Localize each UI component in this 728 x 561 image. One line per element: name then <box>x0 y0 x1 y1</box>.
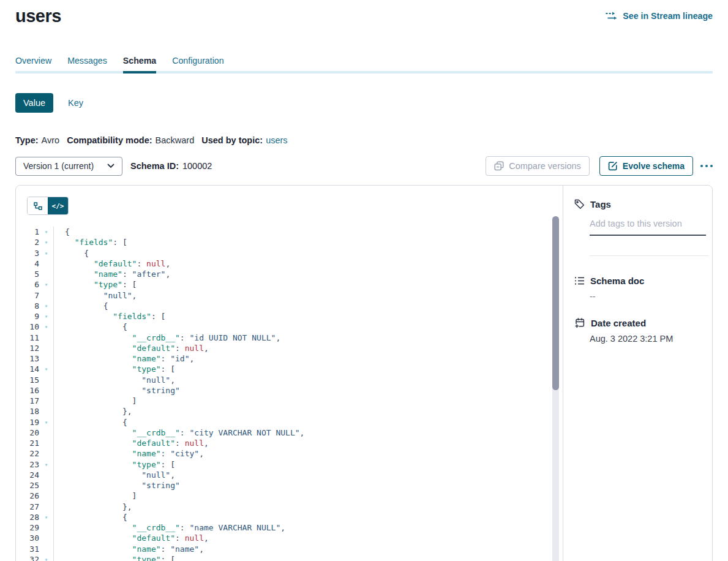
code-text: "fields": [ <box>53 311 548 322</box>
fold-spacer <box>39 502 53 512</box>
line-number: 24 <box>16 470 39 480</box>
compare-versions-button[interactable]: Compare versions <box>486 156 590 176</box>
code-line: 28▾ { <box>16 512 548 522</box>
fold-toggle-icon[interactable]: ▾ <box>39 364 53 374</box>
schema-panel: </> 1▾{2▾ "fields": [3▾ {4 "default": nu… <box>15 185 713 561</box>
fold-toggle-icon[interactable]: ▾ <box>39 279 53 290</box>
fold-toggle-icon[interactable]: ▾ <box>39 227 53 237</box>
code-line: 14▾ "type": [ <box>16 364 548 374</box>
code-text: "type": [ <box>53 279 548 290</box>
code-text: ] <box>53 491 548 501</box>
scrollbar-thumb[interactable] <box>552 216 559 390</box>
fold-toggle-icon[interactable]: ▾ <box>39 301 53 311</box>
line-number: 19 <box>16 417 39 427</box>
evolve-schema-button[interactable]: Evolve schema <box>599 156 693 176</box>
tab-configuration[interactable]: Configuration <box>172 56 223 71</box>
line-number: 17 <box>16 396 39 406</box>
tree-view-button[interactable] <box>28 197 48 214</box>
fold-spacer <box>39 385 53 396</box>
line-number: 26 <box>16 491 39 501</box>
code-text: "type": [ <box>53 554 548 561</box>
code-text: "name": "after", <box>53 269 548 279</box>
stream-lineage-link[interactable]: See in Stream lineage <box>606 11 713 21</box>
code-text: "default": null, <box>53 438 548 448</box>
tab-schema[interactable]: Schema <box>123 56 156 71</box>
code-line: 23▾ "type": [ <box>16 459 548 470</box>
line-number: 23 <box>16 459 39 470</box>
line-number: 27 <box>16 502 39 512</box>
code-line: 8▾ { <box>16 301 548 311</box>
date-created-value: Aug. 3 2022 3:21 PM <box>590 334 709 344</box>
code-line: 31 "name": "name", <box>16 544 548 554</box>
fold-spacer <box>39 396 53 406</box>
details-sidebar: Tags Schema doc -- <box>563 186 721 561</box>
fold-spacer <box>39 353 53 364</box>
topbar: users See in Stream lineage <box>15 5 713 27</box>
add-tags-input[interactable] <box>590 217 706 236</box>
topic-label: Used by topic: <box>201 135 263 145</box>
compare-versions-icon <box>494 161 504 171</box>
code-text: "null", <box>53 470 548 480</box>
tab-messages[interactable]: Messages <box>67 56 107 71</box>
topic-link[interactable]: users <box>266 135 287 145</box>
line-number: 22 <box>16 448 39 459</box>
fold-toggle-icon[interactable]: ▾ <box>39 248 53 258</box>
line-number: 18 <box>16 406 39 416</box>
code-text: { <box>53 417 548 427</box>
fold-toggle-icon[interactable]: ▾ <box>39 322 53 332</box>
code-lines: 1▾{2▾ "fields": [3▾ {4 "default": null,5… <box>16 227 548 561</box>
code-text: "default": null, <box>53 533 548 543</box>
type-value: Avro <box>42 135 60 145</box>
code-line: 9▾ "fields": [ <box>16 311 548 322</box>
code-text: "__crdb__": "city VARCHAR NOT NULL", <box>53 427 548 438</box>
type-label: Type: <box>15 135 39 145</box>
fold-toggle-icon[interactable]: ▾ <box>39 311 53 322</box>
line-number: 3 <box>16 248 39 258</box>
code-line: 1▾{ <box>16 227 548 237</box>
fold-toggle-icon[interactable]: ▾ <box>39 237 53 247</box>
fold-spacer <box>39 522 53 533</box>
line-number: 7 <box>16 290 39 301</box>
fold-toggle-icon[interactable]: ▾ <box>39 459 53 470</box>
code-line: 15 "null", <box>16 375 548 385</box>
code-line: 30 "default": null, <box>16 533 548 543</box>
code-line: 20 "__crdb__": "city VARCHAR NOT NULL", <box>16 427 548 438</box>
key-tab-button[interactable]: Key <box>68 98 83 108</box>
schema-doc-header: Schema doc <box>574 276 709 286</box>
code-line: 11 "__crdb__": "id UUID NOT NULL", <box>16 333 548 343</box>
more-actions-button[interactable] <box>700 161 713 171</box>
code-pane: </> 1▾{2▾ "fields": [3▾ {4 "default": nu… <box>16 186 563 561</box>
stream-lineage-icon <box>606 11 618 21</box>
value-tab-button[interactable]: Value <box>15 93 53 113</box>
fold-toggle-icon[interactable]: ▾ <box>39 512 53 522</box>
code-line: 10▾ { <box>16 322 548 332</box>
code-line: 16 "string" <box>16 385 548 396</box>
code-text: "__crdb__": "name VARCHAR NULL", <box>53 522 548 533</box>
code-view-button[interactable]: </> <box>48 197 68 214</box>
code-text: { <box>53 248 548 258</box>
fold-spacer <box>39 533 53 543</box>
version-select[interactable]: Version 1 (current) <box>15 157 122 176</box>
code-line: 3▾ { <box>16 248 548 258</box>
fold-toggle-icon[interactable]: ▾ <box>39 417 53 427</box>
schema-id-value: 100002 <box>182 161 212 171</box>
code-line: 7 "null", <box>16 290 548 301</box>
fold-spacer <box>39 343 53 353</box>
sidebar-divider <box>590 255 709 256</box>
line-number: 2 <box>16 237 39 247</box>
scrollbar-track[interactable] <box>552 216 559 561</box>
tab-overview[interactable]: Overview <box>15 56 51 71</box>
fold-toggle-icon[interactable]: ▾ <box>39 554 53 561</box>
schema-doc-value: -- <box>590 292 709 301</box>
mode-toggle: Value Key <box>15 93 713 113</box>
line-number: 5 <box>16 269 39 279</box>
line-number: 10 <box>16 322 39 332</box>
line-number: 16 <box>16 385 39 396</box>
line-number: 1 <box>16 227 39 237</box>
code-text: "default": null, <box>53 343 548 353</box>
line-number: 9 <box>16 311 39 322</box>
line-number: 12 <box>16 343 39 353</box>
line-number: 30 <box>16 533 39 543</box>
line-number: 6 <box>16 279 39 290</box>
tag-icon <box>574 199 585 209</box>
